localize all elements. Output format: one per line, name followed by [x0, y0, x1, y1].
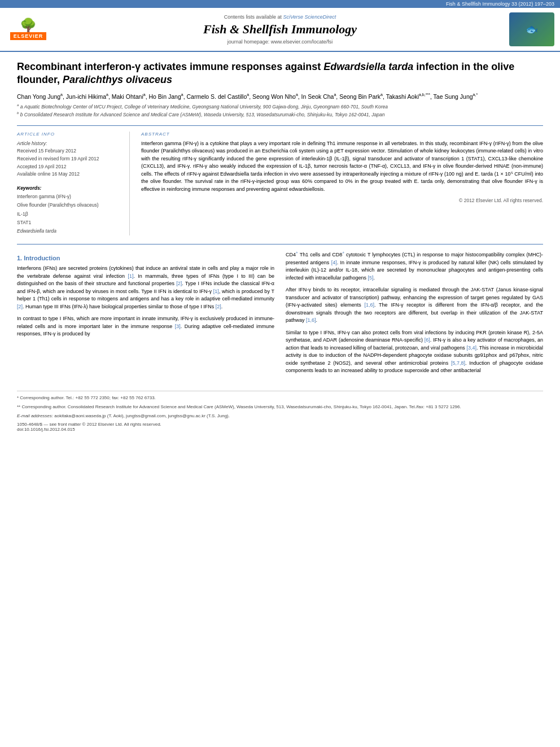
journal-title: Fish & Shellfish Immunology	[56, 22, 504, 37]
abstract-text: Interferon gamma (IFN-γ) is a cytokine t…	[141, 140, 543, 194]
right-para3: Similar to type I IFNs, IFN-γ can also p…	[286, 329, 543, 375]
keyword3: IL-1β	[17, 211, 28, 217]
journal-center: Contents lists available at SciVerse Sci…	[56, 14, 504, 45]
article-history: Article history: Received 15 February 20…	[17, 140, 121, 178]
article-title: Recombinant interferon-γ activates immun…	[17, 60, 543, 87]
affiliations: a a Aquatic Biotechnology Center of WCU …	[17, 103, 543, 118]
keyword2: Olive flounder (Paralichthys olivaceus)	[17, 202, 99, 208]
elsevier-label: ELSEVIER	[10, 32, 47, 40]
homepage-line: journal homepage: www.elsevier.com/locat…	[56, 39, 504, 45]
sciverse-link[interactable]: SciVerse ScienceDirect	[283, 14, 336, 20]
right-para2: After IFN-γ binds to its receptor, intra…	[286, 286, 543, 325]
journal-header: 🌳 ELSEVIER Contents lists available at S…	[0, 8, 560, 52]
sciverse-line: Contents lists available at SciVerse Sci…	[56, 14, 504, 20]
article-info-abstract: ARTICLE INFO Article history: Received 1…	[17, 125, 543, 236]
sciverse-text: Contents lists available at	[224, 14, 282, 20]
tree-icon: 🌳	[20, 19, 37, 32]
intro-heading: 1. Introduction	[17, 255, 274, 261]
article-info-col: ARTICLE INFO Article history: Received 1…	[17, 132, 130, 236]
article-info-label: ARTICLE INFO	[17, 132, 121, 137]
keywords-label: Keywords:	[17, 185, 41, 191]
journal-ref-bar: Fish & Shellfish Immunology 33 (2012) 19…	[0, 0, 560, 8]
main-content: Recombinant interferon-γ activates immun…	[0, 52, 560, 440]
body-right-col: CD4+ Th1 cells and CD8+ cytotoxic T lymp…	[286, 250, 543, 379]
footer-doi: 1050-4648/$ — see front matter © 2012 El…	[17, 422, 543, 432]
footnote-emails: E-mail addresses: aokitaka@aoni.waseda.j…	[17, 413, 543, 420]
body-left-col: 1. Introduction Interferons (IFNs) are s…	[17, 250, 274, 379]
footnote-star1: * Corresponding author. Tel.: +82 55 772…	[17, 395, 543, 401]
affiliation-a: a a Aquatic Biotechnology Center of WCU …	[17, 103, 543, 111]
intro-para1: Interferons (IFNs) are secreted proteins…	[17, 265, 274, 311]
right-para1: CD4+ Th1 cells and CD8+ cytotoxic T lymp…	[286, 250, 543, 282]
keyword5: Edwardsiella tarda	[17, 228, 56, 234]
copyright-line: © 2012 Elsevier Ltd. All rights reserved…	[141, 198, 543, 203]
keyword1: Interferon gamma (IFN-γ)	[17, 194, 71, 199]
footnote-star2: ** Corresponding author. Consolidated Re…	[17, 404, 543, 410]
abstract-label: ABSTRACT	[141, 132, 543, 137]
elsevier-logo: 🌳 ELSEVIER	[6, 19, 51, 40]
keyword4: STAT1	[17, 220, 31, 225]
section-divider	[17, 244, 543, 244]
affiliation-b: b b Consolidated Research Institute for …	[17, 111, 543, 119]
keywords-block: Keywords: Interferon gamma (IFN-γ) Olive…	[17, 184, 121, 236]
page-footer: * Corresponding author. Tel.: +82 55 772…	[17, 391, 543, 432]
intro-para2: In contrast to type I IFNs, which are mo…	[17, 315, 274, 338]
abstract-col: ABSTRACT Interferon gamma (IFN-γ) is a c…	[141, 132, 543, 236]
body-content: 1. Introduction Interferons (IFNs) are s…	[17, 250, 543, 379]
journal-logo-right: 🐟	[509, 12, 554, 46]
authors: Chan Yong Junga, Jun-ichi Hikimaa, Maki …	[17, 93, 543, 100]
